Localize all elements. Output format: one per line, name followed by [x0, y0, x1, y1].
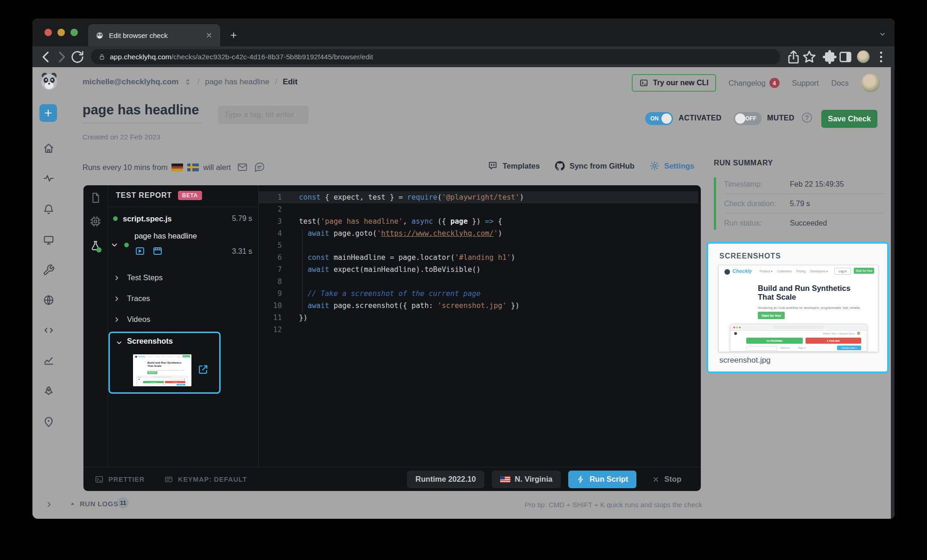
- run-logs-label[interactable]: RUN LOGS: [80, 500, 118, 508]
- private-locations-globe-icon[interactable]: [43, 294, 55, 306]
- open-external-icon[interactable]: [197, 364, 209, 375]
- snippets-code-icon[interactable]: [43, 324, 55, 336]
- code-line[interactable]: 3test('page has headline', async ({ page…: [259, 215, 698, 227]
- page-scrollbar[interactable]: [891, 67, 895, 519]
- code-line[interactable]: 2: [259, 203, 698, 215]
- side-panel-icon[interactable]: [838, 49, 853, 65]
- quickstart-rocket-icon[interactable]: [43, 385, 55, 397]
- run-summary-table: Timestamp:Feb 22 15:49:35Check duration:…: [724, 175, 885, 233]
- tab-search-chevron-icon[interactable]: [879, 31, 886, 38]
- germany-flag-icon: [171, 164, 183, 171]
- sync-github-button[interactable]: Sync from GitHub: [555, 161, 635, 171]
- extensions-icon[interactable]: [822, 49, 838, 65]
- run-script-button[interactable]: Run Script: [568, 471, 636, 488]
- maintenance-wrench-icon[interactable]: [43, 264, 55, 276]
- code-line[interactable]: 1const { expect, test } = require('@play…: [259, 191, 698, 203]
- sms-alert-icon[interactable]: [254, 162, 265, 173]
- checkly-logo[interactable]: [38, 70, 60, 92]
- muted-toggle[interactable]: OFF: [734, 112, 762, 125]
- section-videos[interactable]: Videos: [113, 315, 150, 324]
- activity-icon[interactable]: [43, 172, 55, 184]
- file-tab-icon[interactable]: [89, 192, 102, 204]
- code-line[interactable]: 5: [259, 239, 698, 252]
- mini-logo: [724, 269, 730, 275]
- code-editor[interactable]: 1const { expect, test } = require('@play…: [259, 191, 698, 336]
- screenshot-thumbnail-large[interactable]: ChecklyProduct ▾CustomersPricingDevelope…: [718, 265, 878, 352]
- templates-button[interactable]: Templates: [488, 161, 540, 171]
- section-traces[interactable]: Traces: [113, 294, 150, 303]
- code-line[interactable]: 11}): [259, 312, 698, 324]
- support-link[interactable]: Support: [792, 79, 819, 88]
- expand-sidebar-icon[interactable]: [45, 500, 53, 509]
- create-new-button[interactable]: [39, 104, 57, 122]
- run-logs-collapse-icon[interactable]: [70, 501, 76, 507]
- stop-button[interactable]: Stop: [644, 471, 690, 488]
- traffic-minimize-button[interactable]: [57, 29, 65, 36]
- section-screenshots-highlighted[interactable]: Screenshots ChecklyProduct ▾CustomersPri…: [108, 332, 221, 394]
- tag-input[interactable]: [218, 106, 309, 124]
- account-updown-icon[interactable]: [184, 78, 191, 86]
- test-case-name: page has headline: [134, 232, 197, 240]
- code-text: // Take a screenshot of the current page: [282, 289, 481, 298]
- bookmark-star-icon[interactable]: [801, 49, 817, 65]
- new-tab-button[interactable]: +: [227, 29, 240, 42]
- region-selector[interactable]: N. Virginia: [492, 471, 561, 488]
- tab-close-icon[interactable]: [205, 31, 213, 39]
- code-line[interactable]: 12: [259, 324, 698, 336]
- test-case-row[interactable]: page has headline 3.31 s: [110, 232, 252, 259]
- section-test-steps[interactable]: Test Steps: [113, 273, 163, 282]
- email-alert-icon[interactable]: [237, 162, 248, 173]
- mini-brand: Checkly: [732, 268, 752, 274]
- home-icon[interactable]: [43, 142, 55, 154]
- share-icon[interactable]: [786, 49, 801, 65]
- mini-passing-bar: 12 PASSING: [143, 381, 164, 383]
- code-line[interactable]: 7 await expect(mainHeadline).toBeVisible…: [259, 264, 698, 276]
- code-line[interactable]: 6 const mainHeadline = page.locator('#la…: [259, 252, 698, 264]
- prettier-button[interactable]: PRETTIER: [95, 475, 145, 484]
- spec-file-row[interactable]: script.spec.js 5.79 s: [113, 212, 252, 225]
- user-avatar[interactable]: [861, 74, 880, 92]
- browser-profile-avatar[interactable]: [857, 50, 870, 63]
- settings-button[interactable]: Settings: [649, 161, 694, 171]
- code-line[interactable]: 8: [259, 276, 698, 288]
- reload-icon[interactable]: [70, 49, 85, 65]
- line-number: 6: [259, 253, 282, 262]
- dependencies-chip-icon[interactable]: [89, 215, 102, 227]
- templates-icon: [488, 161, 498, 171]
- muted-help-icon[interactable]: ?: [802, 113, 812, 123]
- keymap-button[interactable]: KEYMAP: DEFAULT: [164, 475, 247, 484]
- traffic-zoom-button[interactable]: [70, 29, 78, 36]
- video-play-icon[interactable]: [134, 245, 146, 257]
- alerts-bell-icon[interactable]: [43, 203, 55, 215]
- checkly-favicon: [95, 31, 104, 39]
- check-name-input[interactable]: page has headline: [83, 102, 202, 123]
- try-cli-button[interactable]: Try our new CLI: [632, 74, 716, 92]
- chevron-down-icon: [115, 339, 123, 346]
- forward-icon[interactable]: [54, 49, 70, 65]
- runtime-selector[interactable]: Runtime 2022.10: [407, 471, 484, 488]
- code-line[interactable]: 10 await page.screenshot({ path: 'screen…: [259, 300, 698, 312]
- back-icon[interactable]: [38, 49, 54, 65]
- changelog-link[interactable]: Changelog 4: [729, 78, 780, 88]
- locations-pin-icon[interactable]: [43, 416, 55, 428]
- analytics-chart-icon[interactable]: [43, 354, 55, 366]
- account-switcher[interactable]: michelle@checklyhq.com: [83, 77, 178, 87]
- summary-value: Succeeded: [790, 219, 827, 227]
- url-bar[interactable]: app.checklyhq.com/checks/a2ec932b-c42c-4…: [91, 49, 780, 64]
- case-chevron-down-icon[interactable]: [110, 241, 119, 249]
- run-summary-row: Check duration:5.79 s: [724, 194, 885, 213]
- docs-link[interactable]: Docs: [831, 79, 849, 88]
- breadcrumb: michelle@checklyhq.com / page has headli…: [83, 77, 298, 87]
- code-line[interactable]: 9 // Take a screenshot of the current pa…: [259, 288, 698, 300]
- screenshot-thumbnail-small[interactable]: ChecklyProduct ▾CustomersPricingDevelope…: [133, 354, 191, 386]
- dashboards-icon[interactable]: [43, 234, 55, 246]
- browser-tab[interactable]: Edit browser check: [88, 24, 220, 46]
- save-check-button[interactable]: Save Check: [821, 110, 877, 128]
- browser-menu-icon[interactable]: [873, 49, 889, 65]
- code-line[interactable]: 4 await page.goto('https://www.checklyhq…: [259, 227, 698, 239]
- traffic-close-button[interactable]: [44, 29, 52, 36]
- trace-window-icon[interactable]: [152, 245, 163, 257]
- activated-toggle[interactable]: ON: [645, 112, 673, 125]
- test-report-header: TEST REPORT BETA: [116, 191, 202, 200]
- breadcrumb-check-name[interactable]: page has headline: [205, 77, 269, 87]
